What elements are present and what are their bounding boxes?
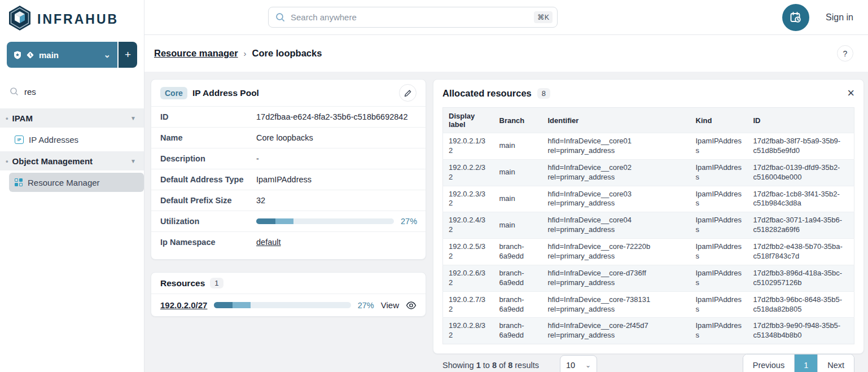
cell-branch: branch-6a9edd <box>494 265 542 291</box>
allocated-resources-panel: Allocated resources 8 × Display label Br… <box>433 79 864 354</box>
resources-count-badge: 1 <box>210 278 223 288</box>
field-value: IpamIPAddress <box>256 175 312 184</box>
edit-button[interactable] <box>399 84 417 102</box>
namespace-link[interactable]: default <box>256 238 281 247</box>
field-value: 17d2fbaa-e624-8fa2-35b6-c518b6692842 <box>256 112 407 121</box>
time-travel-button[interactable] <box>782 4 809 31</box>
resources-card-header: Resources 1 <box>151 273 426 294</box>
cell-branch: branch-6a9edd <box>494 291 542 318</box>
field-row-name: Name Core loopbacks <box>151 127 426 148</box>
search-icon <box>10 87 19 96</box>
logo: INFRAHUB <box>0 0 144 37</box>
chevron-down-icon: ⌄ <box>585 361 591 369</box>
column-kind: Kind <box>690 108 748 133</box>
showing-word: Showing <box>442 361 474 370</box>
progress-segment-used <box>256 218 275 224</box>
cell-id: 17d2fbb3-96bc-8648-35b5-c518da82b805 <box>748 291 854 318</box>
sign-in-link[interactable]: Sign in <box>826 12 853 23</box>
cell-identifier: hfid=InfraDevice__core04 rel=primary_add… <box>542 212 690 239</box>
cell-id: 17d2fbb3-9e90-f948-35b5-c51348b4b8b0 <box>748 318 854 344</box>
branch-select-button[interactable]: main ⌄ <box>7 42 117 68</box>
cell-display-label: 192.0.2.5/32 <box>443 239 494 265</box>
sidebar-item-label: Resource Manager <box>28 178 100 187</box>
global-search-input[interactable] <box>291 12 528 22</box>
sidebar: INFRAHUB main ⌄ + • <box>0 0 144 372</box>
field-label: Default Prefix Size <box>160 196 256 205</box>
close-icon[interactable]: × <box>847 87 854 99</box>
progress-segment-reserved <box>275 218 293 224</box>
pencil-icon <box>404 89 412 97</box>
cell-display-label: 192.0.2.8/32 <box>443 318 494 344</box>
cell-kind: IpamIPAddress <box>690 239 748 265</box>
utilization-bar: 27% <box>256 217 417 226</box>
allocated-header: Allocated resources 8 × <box>442 87 854 99</box>
breadcrumb-parent-link[interactable]: Resource manager <box>154 48 238 59</box>
sidebar-nav: • IPAM ▼ IP IP Addresses • Object Manage… <box>0 108 144 194</box>
table-footer: Showing 1 to 8 of 8 results 10 ⌄ Previou… <box>442 354 854 372</box>
eye-icon[interactable] <box>406 301 417 309</box>
view-link[interactable]: View <box>381 300 399 310</box>
infrahub-logo-icon <box>8 5 32 33</box>
table-header-row: Display label Branch Identifier Kind ID <box>443 108 854 133</box>
progress-segment-reserved <box>233 302 250 308</box>
cell-identifier: hfid=InfraDevice__core03 rel=primary_add… <box>542 186 690 212</box>
resources-title: Resources <box>160 278 205 288</box>
sidebar-group-label: IPAM <box>12 113 33 123</box>
sidebar-item-label: IP Addresses <box>29 135 78 145</box>
field-label: Utilization <box>160 217 256 226</box>
bullet-icon: • <box>6 114 8 122</box>
left-column: Core IP Address Pool ID 17d2fbaa-e624-8f… <box>151 79 426 317</box>
field-row-default-address-type: Default Address Type IpamIPAddress <box>151 169 426 190</box>
branch-selector: main ⌄ + <box>7 42 137 68</box>
field-label: Description <box>160 154 256 163</box>
sidebar-search <box>0 80 144 103</box>
page-1-button[interactable]: 1 <box>794 355 818 372</box>
cell-display-label: 192.0.2.1/32 <box>443 133 494 160</box>
sidebar-group-object-management[interactable]: • Object Management ▼ <box>0 151 144 170</box>
sidebar-group-ipam[interactable]: • IPAM ▼ <box>0 108 144 128</box>
page-size-value: 10 <box>566 361 575 370</box>
search-icon <box>275 12 285 22</box>
sidebar-search-input[interactable] <box>24 87 120 97</box>
cell-display-label: 192.0.2.2/32 <box>443 159 494 186</box>
breadcrumb-current: Core loopbacks <box>252 48 322 59</box>
content-area: Core IP Address Pool ID 17d2fbaa-e624-8f… <box>144 72 868 372</box>
cell-id: 17d2fbb3-896d-418a-35bc-c5102957126b <box>748 265 854 291</box>
sidebar-item-ip-addresses[interactable]: IP IP Addresses <box>9 130 144 149</box>
field-value: Core loopbacks <box>256 133 313 142</box>
add-branch-button[interactable]: + <box>119 42 137 68</box>
column-identifier: Identifier <box>542 108 690 133</box>
field-row-description: Description - <box>151 148 426 169</box>
cell-kind: IpamIPAddress <box>690 291 748 318</box>
global-search[interactable]: ⌘K <box>268 7 558 28</box>
cell-identifier: hfid=InfraDevice__core-d736ff rel=primar… <box>542 265 690 291</box>
resource-prefix-link[interactable]: 192.0.2.0/27 <box>160 300 207 310</box>
cell-identifier: hfid=InfraDevice__core02 rel=primary_add… <box>542 159 690 186</box>
app-root: INFRAHUB main ⌄ + • <box>0 0 868 372</box>
main-area: ⌘K Sign in Resource manager <box>144 0 868 372</box>
field-row-default-prefix-size: Default Prefix Size 32 <box>151 190 426 211</box>
cell-kind: IpamIPAddress <box>690 318 748 344</box>
showing-from: 1 <box>476 361 481 370</box>
cell-id: 17d2fbb2-e438-5b70-35ba-c518f7843c7d <box>748 239 854 265</box>
page-size-select[interactable]: 10 ⌄ <box>560 355 597 372</box>
cell-display-label: 192.0.2.6/32 <box>443 265 494 291</box>
cell-kind: IpamIPAddress <box>690 265 748 291</box>
sidebar-item-resource-manager[interactable]: Resource Manager <box>9 173 144 192</box>
field-label: Name <box>160 133 256 142</box>
pool-detail-card: Core IP Address Pool ID 17d2fbaa-e624-8f… <box>151 79 426 260</box>
previous-page-button[interactable]: Previous <box>743 355 794 372</box>
cell-branch: branch-6a9edd <box>494 318 542 344</box>
field-value: - <box>256 154 259 163</box>
resource-percent: 27% <box>358 301 374 310</box>
help-button[interactable]: ? <box>837 45 853 62</box>
cell-identifier: hfid=InfraDevice__core01 rel=primary_add… <box>542 133 690 160</box>
column-display-label: Display label <box>443 108 494 133</box>
cell-branch: main <box>494 133 542 160</box>
cell-branch: main <box>494 212 542 239</box>
column-branch: Branch <box>494 108 542 133</box>
next-page-button[interactable]: Next <box>818 355 854 372</box>
table-row: 192.0.2.1/32 main hfid=InfraDevice__core… <box>443 133 854 160</box>
field-label: Default Address Type <box>160 175 256 184</box>
breadcrumb-separator: › <box>244 49 247 58</box>
